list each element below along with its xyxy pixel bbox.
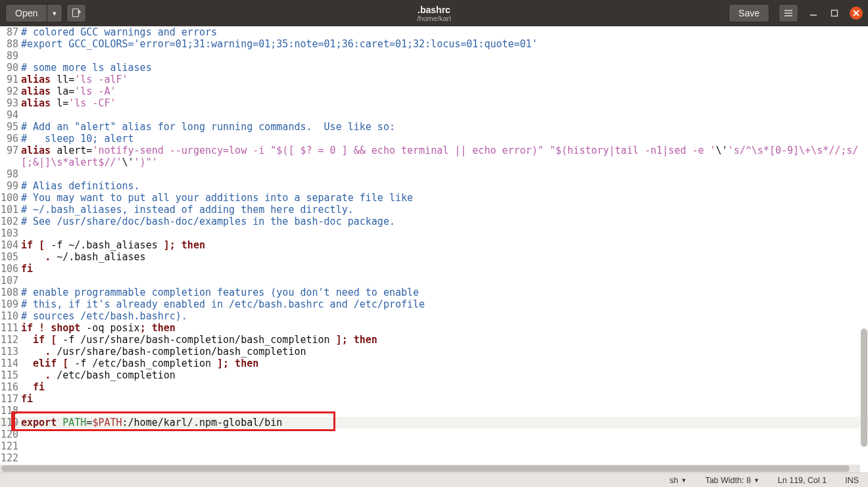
- status-insert-mode[interactable]: INS: [836, 476, 868, 485]
- code-content[interactable]: [;&|]\s*alert$//'\'')"': [21, 156, 868, 168]
- code-line[interactable]: 88#export GCC_COLORS='error=01;31:warnin…: [0, 38, 868, 50]
- code-content[interactable]: [21, 168, 868, 180]
- open-button[interactable]: Open: [5, 4, 47, 22]
- code-line[interactable]: 93alias l='ls -CF': [0, 97, 868, 109]
- code-content[interactable]: alias la='ls -A': [21, 85, 868, 97]
- code-content[interactable]: elif [ -f /etc/bash_completion ]; then: [21, 358, 868, 369]
- hamburger-menu-button[interactable]: [779, 4, 798, 22]
- window-maximize-button[interactable]: [829, 7, 840, 19]
- status-tab-width-selector[interactable]: Tab Width: 8 ▼: [696, 476, 768, 485]
- code-line[interactable]: 115 . /etc/bash_completion: [0, 369, 868, 381]
- code-content[interactable]: [21, 50, 868, 62]
- line-number: 106: [0, 263, 21, 275]
- code-line[interactable]: 108# enable programmable completion feat…: [0, 287, 868, 298]
- code-content[interactable]: [21, 440, 868, 452]
- code-line[interactable]: 99# Alias definitions.: [0, 180, 868, 192]
- code-line[interactable]: 109# this, if it's already enabled in /e…: [0, 298, 868, 310]
- new-document-button[interactable]: [66, 4, 86, 22]
- code-content[interactable]: # sources /etc/bash.bashrc).: [21, 310, 868, 322]
- code-content[interactable]: # See /usr/share/doc/bash-doc/examples i…: [21, 216, 868, 227]
- code-line[interactable]: 117fi: [0, 393, 868, 405]
- code-line[interactable]: 114 elif [ -f /etc/bash_completion ]; th…: [0, 358, 868, 369]
- window-close-button[interactable]: [850, 7, 863, 20]
- code-content[interactable]: . ~/.bash_aliases: [21, 251, 868, 263]
- code-content[interactable]: # some more ls aliases: [21, 62, 868, 74]
- code-content[interactable]: # Alias definitions.: [21, 180, 868, 192]
- code-content[interactable]: [21, 452, 868, 464]
- code-line[interactable]: 91alias ll='ls -alF': [0, 74, 868, 85]
- code-line[interactable]: 101# ~/.bash_aliases, instead of adding …: [0, 204, 868, 216]
- code-line[interactable]: 116 fi: [0, 381, 868, 393]
- code-content[interactable]: # ~/.bash_aliases, instead of adding the…: [21, 204, 868, 216]
- code-content[interactable]: # colored GCC warnings and errors: [21, 26, 868, 38]
- code-line-wrap[interactable]: [;&|]\s*alert$//'\'')"': [0, 156, 868, 168]
- code-content[interactable]: # this, if it's already enabled in /etc/…: [21, 298, 868, 310]
- code-line[interactable]: 92alias la='ls -A': [0, 85, 868, 97]
- code-line[interactable]: 112 if [ -f /usr/share/bash-completion/b…: [0, 334, 868, 346]
- line-number: 120: [0, 429, 21, 440]
- code-line[interactable]: 89: [0, 50, 868, 62]
- code-line[interactable]: 122: [0, 452, 868, 464]
- code-line[interactable]: 107: [0, 275, 868, 287]
- new-document-icon: [71, 8, 82, 18]
- code-line[interactable]: 97alias alert='notify-send --urgency=low…: [0, 145, 868, 156]
- code-line[interactable]: 111if ! shopt -oq posix; then: [0, 322, 868, 334]
- text-editor-area[interactable]: 87# colored GCC warnings and errors88#ex…: [0, 26, 868, 473]
- code-content[interactable]: # enable programmable completion feature…: [21, 287, 868, 298]
- code-content[interactable]: # Add an "alert" alias for long running …: [21, 121, 868, 133]
- code-content[interactable]: . /etc/bash_completion: [21, 369, 868, 381]
- code-line[interactable]: 110# sources /etc/bash.bashrc).: [0, 310, 868, 322]
- line-number: 87: [0, 26, 21, 38]
- code-content[interactable]: alias ll='ls -alF': [21, 74, 868, 85]
- code-content[interactable]: # sleep 10; alert: [21, 133, 868, 145]
- code-content[interactable]: . /usr/share/bash-completion/bash_comple…: [21, 346, 868, 358]
- code-content[interactable]: [21, 227, 868, 239]
- code-line[interactable]: 119export PATH=$PATH:/home/karl/.npm-glo…: [0, 417, 868, 429]
- code-line[interactable]: 95# Add an "alert" alias for long runnin…: [0, 121, 868, 133]
- window-minimize-button[interactable]: [808, 7, 819, 19]
- code-line[interactable]: 98: [0, 168, 868, 180]
- code-content[interactable]: alias l='ls -CF': [21, 97, 868, 109]
- code-line[interactable]: 106fi: [0, 263, 868, 275]
- code-content[interactable]: fi: [21, 381, 868, 393]
- code-line[interactable]: 103: [0, 227, 868, 239]
- code-content[interactable]: [21, 405, 868, 417]
- code-line[interactable]: 120: [0, 429, 868, 440]
- code-line[interactable]: 121: [0, 440, 868, 452]
- save-button[interactable]: Save: [729, 4, 769, 22]
- line-number: 102: [0, 216, 21, 227]
- vertical-scrollbar[interactable]: [860, 26, 868, 465]
- code-line[interactable]: 113 . /usr/share/bash-completion/bash_co…: [0, 346, 868, 358]
- code-line[interactable]: 104if [ -f ~/.bash_aliases ]; then: [0, 239, 868, 251]
- code-content[interactable]: #export GCC_COLORS='error=01;31:warning=…: [21, 38, 868, 50]
- horizontal-scrollbar-thumb[interactable]: [1, 465, 850, 472]
- line-number: 98: [0, 168, 21, 180]
- code-content[interactable]: alias alert='notify-send --urgency=low -…: [21, 145, 868, 156]
- code-content[interactable]: # You may want to put all your additions…: [21, 192, 868, 204]
- code-content[interactable]: if ! shopt -oq posix; then: [21, 322, 868, 334]
- code-line[interactable]: 94: [0, 109, 868, 121]
- code-content[interactable]: export PATH=$PATH:/home/karl/.npm-global…: [21, 417, 868, 429]
- code-line[interactable]: 102# See /usr/share/doc/bash-doc/example…: [0, 216, 868, 227]
- code-content[interactable]: if [ -f /usr/share/bash-completion/bash_…: [21, 334, 868, 346]
- code-content[interactable]: [21, 275, 868, 287]
- vertical-scrollbar-thumb[interactable]: [861, 329, 867, 447]
- code-content[interactable]: fi: [21, 263, 868, 275]
- chevron-down-icon: ▼: [681, 477, 687, 484]
- code-content[interactable]: [21, 429, 868, 440]
- code-line[interactable]: 100# You may want to put all your additi…: [0, 192, 868, 204]
- code-line[interactable]: 96# sleep 10; alert: [0, 133, 868, 145]
- code-line[interactable]: 90# some more ls aliases: [0, 62, 868, 74]
- code-content[interactable]: [21, 109, 868, 121]
- open-dropdown-button[interactable]: ▾: [47, 4, 62, 22]
- code-line[interactable]: 105 . ~/.bash_aliases: [0, 251, 868, 263]
- code-line[interactable]: 87# colored GCC warnings and errors: [0, 26, 868, 38]
- status-cursor-position: Ln 119, Col 1: [769, 476, 836, 485]
- line-number: 109: [0, 298, 21, 310]
- code-content[interactable]: fi: [21, 393, 868, 405]
- open-split-button[interactable]: Open ▾: [5, 4, 62, 22]
- status-language-selector[interactable]: sh ▼: [660, 476, 696, 485]
- code-line[interactable]: 118: [0, 405, 868, 417]
- horizontal-scrollbar[interactable]: [0, 465, 860, 473]
- code-content[interactable]: if [ -f ~/.bash_aliases ]; then: [21, 239, 868, 251]
